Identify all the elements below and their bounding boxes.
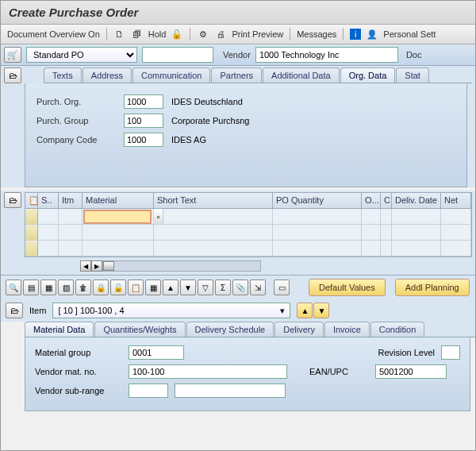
info-icon[interactable]: i: [350, 29, 361, 40]
page-title: Create Purchase Order: [1, 1, 475, 25]
col-po-qty[interactable]: PO Quantity: [273, 193, 362, 208]
company-code-label: Company Code: [36, 135, 116, 145]
item-up-icon[interactable]: ▲: [297, 303, 313, 318]
sum-icon[interactable]: Σ: [215, 279, 231, 295]
collapse-header-icon[interactable]: 🗁: [4, 67, 21, 83]
check-icon[interactable]: 🔓: [171, 28, 183, 40]
table-row[interactable]: ▫: [25, 209, 471, 225]
doc-overview-button[interactable]: Document Overview On: [7, 29, 100, 39]
export-icon[interactable]: ⇲: [250, 279, 266, 295]
personal-icon[interactable]: 👤: [366, 28, 378, 40]
tab-quantities[interactable]: Quantities/Weights: [94, 322, 185, 337]
tab-invoice[interactable]: Invoice: [324, 322, 370, 337]
material-input[interactable]: [83, 210, 152, 224]
tab-material-data[interactable]: Material Data: [25, 322, 94, 337]
app-toolbar: Document Overview On 🗋 🗐 Hold 🔓 ⚙ 🖨Print…: [1, 25, 475, 44]
company-code-input[interactable]: [124, 133, 163, 147]
layout3-icon[interactable]: ▧: [58, 279, 74, 295]
vendor-subrange-text[interactable]: [175, 384, 286, 398]
collapse-detail-icon[interactable]: 🗁: [6, 303, 23, 318]
new-doc-icon[interactable]: 🗋: [113, 28, 126, 40]
default-values-button[interactable]: Default Values: [309, 279, 386, 296]
purch-group-input[interactable]: [124, 114, 163, 128]
purch-group-text: Corporate Purchsng: [171, 116, 249, 125]
scroll-right-icon[interactable]: ▶: [91, 260, 102, 272]
col-oun[interactable]: O...: [362, 193, 381, 208]
purch-org-text: IDES Deutschland: [171, 97, 243, 106]
material-group-input[interactable]: [129, 345, 184, 360]
personal-settings-button[interactable]: Personal Sett: [383, 29, 436, 39]
hscroll-track[interactable]: [102, 260, 261, 272]
vendor-subrange-input[interactable]: [129, 384, 168, 398]
collapse-items-icon[interactable]: 🗁: [4, 192, 21, 208]
po-number-input[interactable]: [142, 47, 213, 63]
header-tabs: Texts Address Communication Partners Add…: [44, 67, 472, 83]
items-grid: 📋 S.. Itm Material Short Text PO Quantit…: [25, 192, 472, 257]
f4-help-icon[interactable]: ▫: [154, 209, 163, 224]
tab-delivery[interactable]: Delivery: [274, 322, 324, 337]
purch-group-label: Purch. Group: [36, 116, 116, 125]
print-icon[interactable]: 🖨: [214, 28, 227, 40]
po-type-select[interactable]: Standard PO: [26, 47, 137, 63]
purch-org-input[interactable]: [124, 94, 163, 109]
cart-icon[interactable]: 🛒: [4, 47, 21, 63]
material-data-panel: Material group Revision Level Vendor mat…: [25, 337, 470, 411]
vendor-label: Vendor: [223, 50, 251, 60]
item-select[interactable]: [ 10 ] 100-100 , 4▾: [52, 303, 290, 318]
tab-texts[interactable]: Texts: [44, 67, 82, 83]
messages-button[interactable]: Messages: [297, 29, 336, 39]
col-selector[interactable]: 📋: [25, 193, 38, 208]
tab-delivery-schedule[interactable]: Delivery Schedule: [186, 322, 274, 337]
tab-partners[interactable]: Partners: [211, 67, 262, 83]
other-doc-icon[interactable]: 🗐: [131, 28, 144, 40]
col-short-text[interactable]: Short Text: [154, 193, 273, 208]
expand-icon[interactable]: ▭: [274, 279, 290, 295]
item-label: Item: [29, 306, 46, 315]
detail-icon[interactable]: 🔍: [6, 279, 21, 295]
filter-icon[interactable]: ▽: [198, 279, 213, 295]
grid1-icon[interactable]: ▦: [145, 279, 161, 295]
col-c[interactable]: C: [381, 193, 392, 208]
doc-header: 🛒 Standard PO Vendor Doc: [1, 44, 475, 66]
detail-tabs: Material Data Quantities/Weights Deliver…: [25, 322, 475, 337]
copy-icon[interactable]: 📋: [128, 279, 144, 295]
col-item[interactable]: Itm: [59, 193, 83, 208]
simulate-icon[interactable]: ⚙: [197, 28, 209, 40]
unlock-icon[interactable]: 🔓: [110, 279, 126, 295]
item-down-icon[interactable]: ▼: [313, 303, 329, 318]
tab-additional-data[interactable]: Additional Data: [263, 67, 340, 83]
material-group-label: Material group: [35, 348, 122, 357]
revision-level-input[interactable]: [441, 345, 460, 360]
col-net[interactable]: Net: [441, 193, 471, 208]
revision-level-label: Revision Level: [378, 348, 435, 357]
lock-icon[interactable]: 🔒: [93, 279, 109, 295]
chevron-down-icon: ▾: [280, 306, 285, 316]
table-row[interactable]: [25, 225, 471, 241]
vendor-subrange-label: Vendor sub-range: [35, 386, 122, 395]
tab-address[interactable]: Address: [83, 67, 132, 83]
col-material[interactable]: Material: [83, 193, 154, 208]
ean-input[interactable]: [375, 364, 447, 379]
col-status[interactable]: S..: [38, 193, 59, 208]
layout1-icon[interactable]: ▤: [23, 279, 39, 295]
tab-org-data[interactable]: Org. Data: [340, 67, 396, 83]
print-preview-button[interactable]: Print Preview: [232, 29, 283, 39]
items-toolbar: 🔍 ▤ ▦ ▧ 🗑 🔒 🔓 📋 ▦ ▲ ▼ ▽ Σ 📎 ⇲ ▭ Default …: [1, 275, 475, 299]
sort-desc-icon[interactable]: ▼: [180, 279, 196, 295]
company-code-text: IDES AG: [171, 135, 206, 145]
tab-status[interactable]: Stat: [396, 67, 429, 83]
layout2-icon[interactable]: ▦: [40, 279, 56, 295]
sort-asc-icon[interactable]: ▲: [163, 279, 178, 295]
attach-icon[interactable]: 📎: [232, 279, 248, 295]
vendor-mat-input[interactable]: [129, 364, 287, 379]
tab-communication[interactable]: Communication: [132, 67, 210, 83]
addl-planning-button[interactable]: Addl Planning: [395, 279, 470, 296]
table-row[interactable]: [25, 241, 471, 256]
trash-icon[interactable]: 🗑: [75, 279, 91, 295]
hold-button[interactable]: Hold: [148, 29, 167, 39]
col-deliv-date[interactable]: Deliv. Date: [392, 193, 441, 208]
purch-org-label: Purch. Org.: [36, 97, 116, 106]
tab-conditions[interactable]: Condition: [370, 322, 424, 337]
scroll-left-icon[interactable]: ◀: [80, 260, 91, 272]
vendor-input[interactable]: [255, 47, 398, 63]
